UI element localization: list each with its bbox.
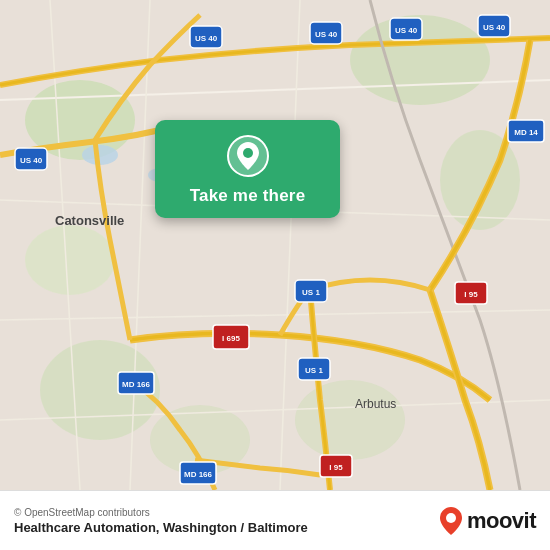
svg-text:US 40: US 40 (315, 30, 338, 39)
svg-text:US 40: US 40 (20, 156, 43, 165)
svg-text:MD 166: MD 166 (122, 380, 151, 389)
svg-text:US 40: US 40 (195, 34, 218, 43)
bottom-left: © OpenStreetMap contributors Healthcare … (14, 507, 308, 535)
copyright-text: © OpenStreetMap contributors (14, 507, 308, 518)
location-pin-icon (226, 134, 270, 178)
moovit-text: moovit (467, 508, 536, 534)
moovit-logo-pin-icon (439, 507, 463, 535)
svg-text:I 95: I 95 (464, 290, 478, 299)
take-me-there-label: Take me there (190, 186, 306, 206)
svg-text:I 695: I 695 (222, 334, 240, 343)
svg-text:I 95: I 95 (329, 463, 343, 472)
svg-text:MD 14: MD 14 (514, 128, 538, 137)
map-container: US 40 US 40 US 40 US 40 US 40 I 695 US 1… (0, 0, 550, 490)
svg-text:US 40: US 40 (483, 23, 506, 32)
moovit-logo: moovit (439, 507, 536, 535)
bottom-bar: © OpenStreetMap contributors Healthcare … (0, 490, 550, 550)
svg-point-6 (25, 225, 115, 295)
svg-text:US 1: US 1 (302, 288, 320, 297)
svg-text:US 40: US 40 (395, 26, 418, 35)
svg-text:Arbutus: Arbutus (355, 397, 396, 411)
svg-text:MD 166: MD 166 (184, 470, 213, 479)
location-title: Healthcare Automation, Washington / Balt… (14, 520, 308, 535)
svg-point-46 (243, 148, 253, 158)
svg-text:US 1: US 1 (305, 366, 323, 375)
svg-point-8 (82, 145, 118, 165)
svg-point-7 (295, 380, 405, 460)
svg-point-47 (446, 513, 456, 523)
location-card[interactable]: Take me there (155, 120, 340, 218)
svg-text:Catonsville: Catonsville (55, 213, 124, 228)
